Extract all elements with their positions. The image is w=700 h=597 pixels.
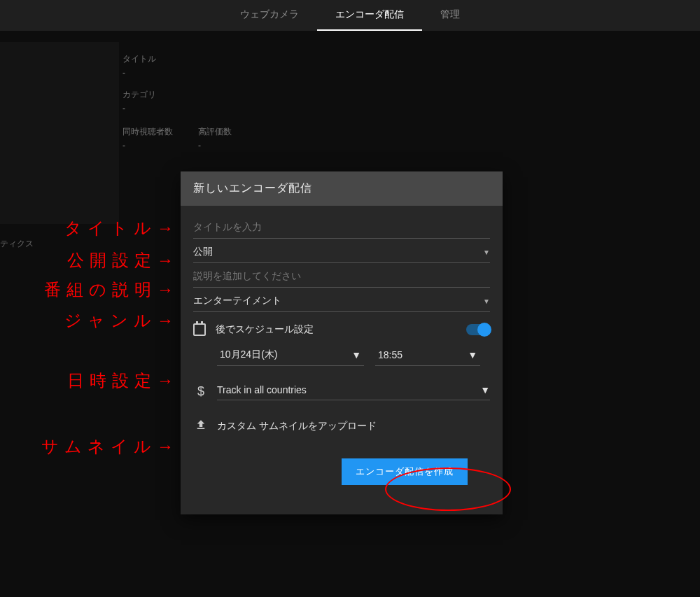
upload-thumbnail-button[interactable]: カスタム サムネイルをアップロード xyxy=(193,405,490,439)
annotation-genre: ジャンル→ xyxy=(0,309,179,332)
tab-encoder[interactable]: エンコーダ配信 xyxy=(317,0,422,31)
chevron-down-icon: ▼ xyxy=(468,349,477,360)
schedule-toggle[interactable] xyxy=(466,324,490,335)
monetization-value: Track in all countries xyxy=(217,384,307,395)
time-value: 18:55 xyxy=(378,349,402,360)
tab-admin[interactable]: 管理 xyxy=(422,0,478,31)
visibility-value: 公開 xyxy=(193,246,483,258)
bg-category-label: カテゴリ xyxy=(122,89,700,101)
annotation-visibility: 公開設定→ xyxy=(0,249,179,272)
bg-title-label: タイトル xyxy=(122,53,700,65)
bg-title-value: - xyxy=(122,68,700,78)
time-select[interactable]: 18:55 ▼ xyxy=(375,344,480,366)
annotation-thumbnail: サムネイル→ xyxy=(0,435,179,458)
chevron-down-icon: ▼ xyxy=(483,297,490,305)
description-placeholder: 説明を追加してください xyxy=(193,270,490,283)
date-value: 10月24日(木) xyxy=(220,349,277,361)
chevron-down-icon: ▼ xyxy=(483,248,490,256)
side-analytics-label: ティクス xyxy=(0,238,34,250)
date-select[interactable]: 10月24日(木) ▼ xyxy=(217,344,364,366)
genre-value: エンターテイメント xyxy=(193,295,483,307)
calendar-icon xyxy=(193,323,206,336)
chevron-down-icon: ▼ xyxy=(480,384,490,395)
bg-viewers-value: - xyxy=(122,141,173,150)
tab-webcam[interactable]: ウェブカメラ xyxy=(222,0,317,31)
dialog-header: 新しいエンコーダ配信 xyxy=(181,171,503,206)
description-input[interactable]: 説明を追加してください xyxy=(193,263,490,288)
annotation-title: タイトル→ xyxy=(0,217,179,239)
tabbar: ウェブカメラ エンコーダ配信 管理 xyxy=(0,0,700,31)
visibility-select[interactable]: 公開 ▼ xyxy=(193,239,490,263)
title-input[interactable]: タイトルを入力 xyxy=(193,214,490,239)
schedule-later-label: 後でスケジュール設定 xyxy=(216,323,456,336)
new-encoder-dialog: 新しいエンコーダ配信 タイトルを入力 公開 ▼ 説明を追加してください エンター… xyxy=(181,171,503,514)
title-input-placeholder: タイトルを入力 xyxy=(193,221,490,234)
dollar-icon: $ xyxy=(195,384,207,399)
bg-info-panel: タイトル - カテゴリ - 同時視聴者数 - 高評価数 - xyxy=(122,42,700,150)
bg-likes-value: - xyxy=(198,141,232,150)
upload-icon xyxy=(195,419,207,433)
monetization-select[interactable]: Track in all countries ▼ xyxy=(217,383,490,400)
bg-left-strip xyxy=(0,42,119,224)
annotation-description: 番組の説明→ xyxy=(0,279,179,301)
bg-category-value: - xyxy=(122,104,700,113)
chevron-down-icon: ▼ xyxy=(351,349,361,360)
bg-likes-label: 高評価数 xyxy=(198,127,232,136)
bg-viewers-label: 同時視聴者数 xyxy=(122,127,173,136)
genre-select[interactable]: エンターテイメント ▼ xyxy=(193,288,490,312)
annotation-datetime: 日時設定→ xyxy=(0,370,179,392)
create-encoder-button[interactable]: エンコーダ配信を作成 xyxy=(342,458,468,485)
upload-thumbnail-label: カスタム サムネイルをアップロード xyxy=(217,420,377,433)
